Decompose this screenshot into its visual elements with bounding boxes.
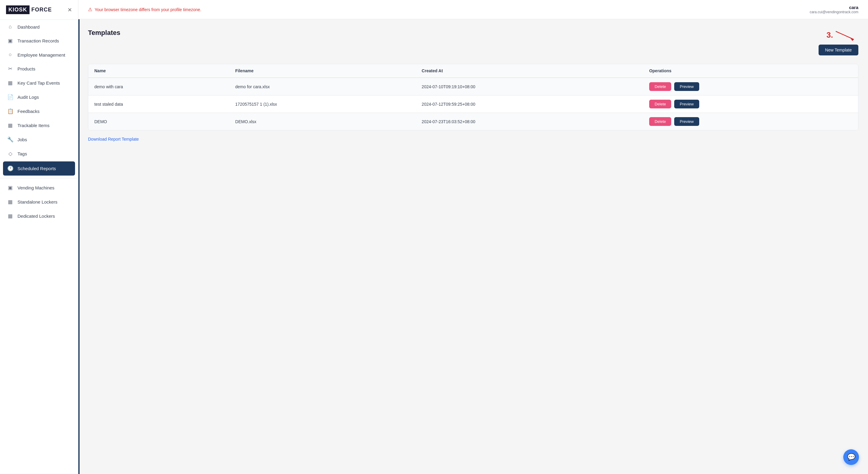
annotation-number: 3.	[827, 30, 833, 40]
timezone-warning: ⚠ Your browser timezone differs from you…	[88, 7, 201, 12]
table-header-row: Name Filename Created At Operations	[88, 64, 858, 78]
sidebar-label-trackable-items: Trackable Items	[18, 123, 50, 128]
templates-table: Name Filename Created At Operations demo…	[88, 64, 858, 130]
sidebar-item-vending-machines[interactable]: ▣ Vending Machines	[0, 181, 78, 195]
products-icon: ✂	[7, 66, 13, 72]
sidebar-label-tags: Tags	[18, 151, 27, 156]
row-1-delete-button[interactable]: Delete	[649, 82, 672, 91]
annotation-container: 3.	[827, 29, 858, 41]
main-content: ⚠ Your browser timezone differs from you…	[79, 0, 868, 474]
logo-kiosk: KIOSK	[6, 5, 30, 14]
left-accent-bar	[79, 19, 80, 474]
col-filename: Filename	[229, 64, 416, 78]
user-name: cara	[809, 5, 858, 10]
employee-management-icon: ○	[7, 52, 13, 58]
table-row: demo with cara demo for cara.xlsx 2024-0…	[88, 78, 858, 96]
row-2-name: test staled data	[88, 96, 229, 113]
jobs-icon: 🔧	[7, 136, 13, 143]
row-1-ops: Delete Preview	[643, 78, 858, 96]
sidebar-item-transaction-records[interactable]: ▣ Transaction Records	[0, 34, 78, 48]
sidebar-item-tags[interactable]: ◇ Tags	[0, 147, 78, 161]
row-2-delete-button[interactable]: Delete	[649, 100, 672, 108]
page-header: Templates 3. New Template	[88, 29, 858, 56]
logo-force: FORCE	[30, 5, 53, 14]
close-sidebar-button[interactable]: ✕	[67, 7, 72, 13]
row-3-delete-button[interactable]: Delete	[649, 117, 672, 126]
table-row: test staled data 1720575157 1 (1).xlsx 2…	[88, 96, 858, 113]
sidebar-logo: KIOSK FORCE ✕	[0, 0, 78, 20]
table-body: demo with cara demo for cara.xlsx 2024-0…	[88, 78, 858, 130]
row-2-created-at: 2024-07-12T09:59:25+08:00	[415, 96, 643, 113]
feedbacks-icon: 📋	[7, 108, 13, 114]
row-3-created-at: 2024-07-23T16:03:52+08:00	[415, 113, 643, 130]
col-name: Name	[88, 64, 229, 78]
new-template-button[interactable]: New Template	[818, 44, 858, 56]
sidebar-item-dashboard[interactable]: ⌂ Dashboard	[0, 20, 78, 34]
dashboard-icon: ⌂	[7, 24, 13, 30]
sidebar-label-key-card: Key Card Tap Events	[18, 80, 60, 86]
row-1-name: demo with cara	[88, 78, 229, 96]
sidebar-item-feedbacks[interactable]: 📋 Feedbacks	[0, 104, 78, 118]
sidebar-item-standalone-lockers[interactable]: ▦ Standalone Lockers	[0, 195, 78, 209]
chat-icon: 💬	[847, 453, 855, 461]
sidebar-label-vending-machines: Vending Machines	[18, 185, 55, 190]
col-operations: Operations	[643, 64, 858, 78]
logo: KIOSK FORCE	[6, 5, 53, 14]
row-2-preview-button[interactable]: Preview	[674, 100, 699, 108]
row-1-created-at: 2024-07-10T09:19:10+08:00	[415, 78, 643, 96]
sidebar-label-jobs: Jobs	[18, 137, 27, 142]
sidebar-label-standalone-lockers: Standalone Lockers	[18, 199, 58, 204]
row-3-preview-button[interactable]: Preview	[674, 117, 699, 126]
sidebar-item-trackable-items[interactable]: ▦ Trackable Items	[0, 118, 78, 133]
sidebar-label-products: Products	[18, 66, 35, 71]
sidebar-item-dedicated-lockers[interactable]: ▦ Dedicated Lockers	[0, 209, 78, 223]
sidebar-label-audit-logs: Audit Logs	[18, 95, 39, 100]
row-2-ops: Delete Preview	[643, 96, 858, 113]
row-1-ops-cell: Delete Preview	[649, 82, 852, 91]
row-3-name: DEMO	[88, 113, 229, 130]
sidebar-item-products[interactable]: ✂ Products	[0, 62, 78, 76]
table-head: Name Filename Created At Operations	[88, 64, 858, 78]
topbar: ⚠ Your browser timezone differs from you…	[79, 0, 868, 19]
sidebar-item-employee-management[interactable]: ○ Employee Management	[0, 48, 78, 62]
download-report-template-link[interactable]: Download Report Template	[88, 137, 139, 141]
chat-fab-button[interactable]: 💬	[843, 449, 859, 465]
transaction-records-icon: ▣	[7, 38, 13, 44]
sidebar: KIOSK FORCE ✕ ⌂ Dashboard ▣ Transaction …	[0, 0, 79, 474]
user-email: cara.cui@vendingontrack.com	[809, 10, 858, 14]
user-info: cara cara.cui@vendingontrack.com	[809, 5, 858, 14]
page-title: Templates	[88, 29, 120, 37]
scheduled-reports-icon: 🕐	[7, 165, 13, 172]
sidebar-divider	[0, 178, 78, 178]
sidebar-label-employee-management: Employee Management	[18, 53, 65, 58]
templates-table-container: Name Filename Created At Operations demo…	[88, 64, 858, 130]
key-card-icon: ▦	[7, 80, 13, 86]
sidebar-label-dedicated-lockers: Dedicated Lockers	[18, 213, 55, 218]
table-row: DEMO DEMO.xlsx 2024-07-23T16:03:52+08:00…	[88, 113, 858, 130]
nav-list: ⌂ Dashboard ▣ Transaction Records ○ Empl…	[0, 20, 78, 223]
row-1-filename: demo for cara.xlsx	[229, 78, 416, 96]
vending-machines-icon: ▣	[7, 184, 13, 191]
sidebar-label-transaction-records: Transaction Records	[18, 38, 59, 43]
row-3-ops-cell: Delete Preview	[649, 117, 852, 126]
dedicated-lockers-icon: ▦	[7, 213, 13, 219]
row-2-filename: 1720575157 1 (1).xlsx	[229, 96, 416, 113]
sidebar-item-audit-logs[interactable]: 📄 Audit Logs	[0, 90, 78, 104]
content-area: Templates 3. New Template Name	[79, 19, 868, 474]
row-2-ops-cell: Delete Preview	[649, 100, 852, 108]
warning-text: Your browser timezone differs from your …	[95, 7, 201, 12]
row-1-preview-button[interactable]: Preview	[674, 82, 699, 91]
trackable-items-icon: ▦	[7, 122, 13, 129]
sidebar-item-jobs[interactable]: 🔧 Jobs	[0, 133, 78, 147]
sidebar-label-scheduled-reports: Scheduled Reports	[18, 166, 56, 171]
col-created-at: Created At	[415, 64, 643, 78]
warning-icon: ⚠	[88, 7, 92, 12]
sidebar-item-scheduled-reports[interactable]: 🕐 Scheduled Reports	[3, 161, 75, 176]
svg-marker-1	[850, 37, 854, 41]
annotation-arrow	[834, 29, 858, 41]
audit-logs-icon: 📄	[7, 94, 13, 100]
row-3-ops: Delete Preview	[643, 113, 858, 130]
sidebar-label-dashboard: Dashboard	[18, 24, 39, 30]
standalone-lockers-icon: ▦	[7, 199, 13, 205]
sidebar-item-key-card-tap-events[interactable]: ▦ Key Card Tap Events	[0, 76, 78, 90]
